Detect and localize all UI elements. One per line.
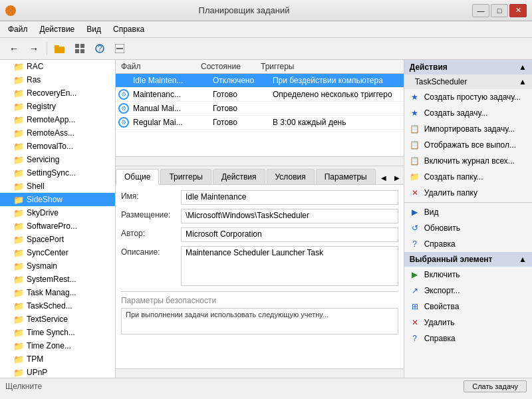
location-value[interactable]: \Microsoft\Windows\TaskScheduler (181, 209, 398, 223)
selected-element-header[interactable]: Выбранный элемент ▲ (404, 252, 532, 267)
action-create-task[interactable]: ★ Создать задачу... (404, 105, 532, 121)
col-header-name[interactable]: Файл (118, 62, 198, 71)
svg-rect-4 (75, 49, 79, 53)
horizontal-scrollbar[interactable] (116, 156, 404, 166)
action-refresh[interactable]: ↺ Обновить (404, 220, 532, 236)
col-header-trigger[interactable]: Триггеры (258, 62, 401, 71)
detail-name-row: Имя: Idle Maintenance (121, 190, 398, 205)
task-trigger: Определено несколько триггеро (270, 90, 401, 99)
sidebar-item-rac[interactable]: 📁 RAC (0, 60, 115, 73)
status-text: Щелкните (5, 382, 42, 391)
action-import[interactable]: 📋 Импортировать задачу... (404, 121, 532, 137)
table-row[interactable]: ⚙ Regular Mai... Готово В 3:00 каждый де… (116, 116, 404, 130)
folder-button[interactable] (51, 41, 68, 57)
enable-icon: ▶ (410, 269, 420, 280)
sidebar-item-sysmain[interactable]: 📁 Sysmain (0, 259, 115, 273)
security-value[interactable]: При выполнении задачи использовать следу… (121, 308, 398, 334)
folder-icon: 📁 (13, 182, 24, 192)
tab-general[interactable]: Общие (116, 169, 159, 185)
sidebar-item-ras[interactable]: 📁 Ras (0, 73, 115, 86)
sidebar-item-upnp[interactable]: 📁 UPnP (0, 366, 115, 378)
tabs-scroll-left[interactable]: ◀ (377, 172, 390, 184)
selected-action-delete[interactable]: ✕ Удалить (404, 315, 532, 331)
table-row[interactable]: ⚙ Manual Mai... Готово (116, 102, 404, 116)
menu-action[interactable]: Действие (35, 23, 80, 36)
minimize-button[interactable]: — (472, 4, 489, 17)
name-value[interactable]: Idle Maintenance (181, 190, 398, 205)
folder-icon: 📁 (13, 142, 24, 152)
tab-actions[interactable]: Действия (213, 169, 265, 184)
action-label: Включить (424, 270, 460, 279)
menu-view[interactable]: Вид (81, 23, 106, 36)
tabs-scroll-right[interactable]: ▶ (390, 172, 404, 184)
sidebar-item-recoveryen[interactable]: 📁 RecoveryEn... (0, 86, 115, 100)
create-task-button[interactable]: Слать задачу (464, 380, 527, 392)
action-delete-folder[interactable]: ✕ Удалить папку (404, 185, 532, 201)
menu-file[interactable]: Файл (3, 23, 33, 36)
sidebar-item-remoteass[interactable]: 📁 RemoteAss... (0, 126, 115, 140)
sidebar-item-textservice[interactable]: 📁 TextService (0, 313, 115, 326)
sidebar-item-shell[interactable]: 📁 Shell (0, 180, 115, 193)
folder-icon: 📁 (13, 288, 24, 298)
sidebar-item-registry[interactable]: 📁 Registry (0, 100, 115, 113)
title-bar-left (5, 5, 16, 16)
selected-action-enable[interactable]: ▶ Включить (404, 267, 532, 283)
grid-button[interactable] (71, 41, 88, 57)
action-help[interactable]: ? Справка (404, 236, 532, 252)
tab-conditions[interactable]: Условия (267, 169, 315, 184)
sidebar-item-sideshow[interactable]: 📁 SideShow (0, 193, 115, 206)
sidebar-item-settingsync[interactable]: 📁 SettingSync... (0, 166, 115, 180)
sidebar-item-timezone[interactable]: 📁 Time Zone... (0, 339, 115, 352)
sidebar-item-spaceport[interactable]: 📁 SpacePort (0, 233, 115, 246)
sidebar-item-taskmanag[interactable]: 📁 Task Manag... (0, 286, 115, 299)
sidebar-item-tasksched[interactable]: 📁 TaskSched... (0, 299, 115, 313)
selected-title: Выбранный элемент (410, 255, 493, 264)
sidebar-item-servicing[interactable]: 📁 Servicing (0, 153, 115, 166)
tab-parameters[interactable]: Параметры (316, 169, 376, 184)
selected-action-export[interactable]: ↗ Экспорт... (404, 283, 532, 299)
sidebar-item-removalto[interactable]: 📁 RemovalTo... (0, 140, 115, 153)
forward-button[interactable]: → (25, 41, 43, 57)
close-button[interactable]: ✕ (509, 4, 527, 17)
selected-action-help[interactable]: ? Справка (404, 331, 532, 346)
action-create-folder[interactable]: 📁 Создать папку... (404, 169, 532, 185)
tab-triggers[interactable]: Триггеры (160, 169, 211, 184)
details-horizontal-scrollbar[interactable] (116, 368, 404, 378)
task-name: Idle Mainten... (130, 76, 210, 85)
svg-rect-3 (80, 44, 84, 48)
taskscheduler-section[interactable]: TaskScheduler ▲ (404, 74, 532, 89)
sidebar-item-systemrest[interactable]: 📁 SystemRest... (0, 273, 115, 286)
menu-help[interactable]: Справка (108, 23, 150, 36)
action-label: Включить журнал всех... (424, 156, 515, 166)
sidebar-item-tpm[interactable]: 📁 TPM (0, 352, 115, 366)
folder-icon: 📁 (13, 328, 24, 338)
svg-rect-1 (55, 45, 59, 48)
toolbar-separator-1 (47, 42, 47, 55)
action-create-simple[interactable]: ★ Создать простую задачу... (404, 89, 532, 105)
back-button[interactable]: ← (5, 41, 23, 57)
sidebar-item-skydrive[interactable]: 📁 SkyDrive (0, 206, 115, 219)
selected-collapse-icon: ▲ (519, 255, 527, 264)
actions-header[interactable]: Действия ▲ (404, 60, 532, 74)
col-header-status[interactable]: Состояние (198, 62, 258, 71)
maximize-button[interactable]: □ (491, 4, 508, 17)
selected-action-properties[interactable]: ⊞ Свойства (404, 299, 532, 315)
action-show-all[interactable]: 📋 Отображать все выпол... (404, 137, 532, 153)
action-view[interactable]: ▶ Вид (404, 204, 532, 220)
task-status: Готово (210, 118, 270, 127)
table-row[interactable]: ⚙ Idle Mainten... Отключено При бездейст… (116, 74, 404, 88)
star-icon: ★ (410, 108, 420, 118)
author-value[interactable]: Microsoft Corporation (181, 227, 398, 242)
sidebar-item-synccenter[interactable]: 📁 SyncCenter (0, 246, 115, 259)
folder-icon: 📁 (13, 235, 24, 245)
sidebar-item-softwarepro[interactable]: 📁 SoftwarePro... (0, 219, 115, 233)
table-row[interactable]: ⚙ Maintenanc... Готово Определено нескол… (116, 88, 404, 102)
details-content: Имя: Idle Maintenance Размещение: \Micro… (116, 185, 404, 368)
detail-description-row: Описание: Maintenance Scheduler Launcher… (121, 246, 398, 286)
help-button[interactable]: ? (91, 41, 108, 57)
sidebar-item-remoteapp[interactable]: 📁 RemoteApp... (0, 113, 115, 126)
description-value[interactable]: Maintenance Scheduler Launcher Task (181, 246, 398, 286)
action-enable-log[interactable]: 📋 Включить журнал всех... (404, 153, 532, 169)
minus-button[interactable] (111, 41, 128, 57)
sidebar-item-timesynch[interactable]: 📁 Time Synch... (0, 326, 115, 339)
